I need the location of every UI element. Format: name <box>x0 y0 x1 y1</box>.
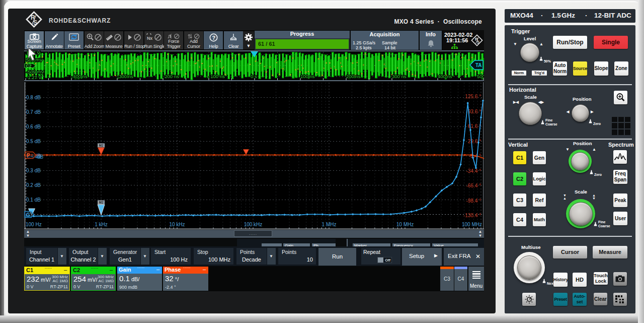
svg-text:0.3 dB: 0.3 dB <box>26 168 41 173</box>
svg-text:TA: TA <box>475 62 482 68</box>
svg-text:-1.27 V: -1.27 V <box>26 75 42 80</box>
svg-text:-98.4 °: -98.4 ° <box>466 198 481 204</box>
svg-text:-509 mV: -509 mV <box>26 69 45 75</box>
svg-text:93.6 °: 93.6 ° <box>468 109 481 114</box>
svg-text:300 ns: 300 ns <box>392 74 407 79</box>
svg-text:-400 ns: -400 ns <box>71 74 88 79</box>
svg-text:10 kHz: 10 kHz <box>169 222 185 227</box>
svg-text:Nx: Nx <box>147 36 152 41</box>
svg-text:M2: M2 <box>99 144 103 147</box>
svg-text:0 s: 0 s <box>251 74 257 79</box>
svg-text:0.5 dB: 0.5 dB <box>26 139 41 144</box>
svg-text:500 ns: 500 ns <box>477 74 484 79</box>
svg-text:0.7 dB: 0.7 dB <box>26 109 41 115</box>
svg-text:125.6 °: 125.6 ° <box>465 94 481 99</box>
svg-text:0.2 dB: 0.2 dB <box>26 182 41 188</box>
svg-text:10 MHz: 10 MHz <box>396 222 414 227</box>
svg-text:P: P <box>27 153 30 158</box>
svg-text:-200 ns: -200 ns <box>163 74 179 79</box>
svg-text:dB: dB <box>37 154 44 160</box>
svg-text:0.6 dB: 0.6 dB <box>26 124 41 130</box>
svg-text:C2: C2 <box>26 63 32 69</box>
svg-text:M2: M2 <box>99 201 103 204</box>
svg-text:-34.4 °: -34.4 ° <box>466 168 481 174</box>
svg-text:-300 ns: -300 ns <box>117 74 133 79</box>
svg-text:1 kHz: 1 kHz <box>95 222 108 227</box>
svg-text:0.1 dB: 0.1 dB <box>26 197 41 203</box>
svg-text:400 ns: 400 ns <box>438 74 452 79</box>
svg-text:-130.4 °: -130.4 ° <box>463 213 481 218</box>
svg-text:-100 ns: -100 ns <box>209 74 225 79</box>
svg-text:100 MHz: 100 MHz <box>462 222 482 227</box>
svg-text:100 Hz: 100 Hz <box>26 222 42 227</box>
svg-text:1 MHz: 1 MHz <box>322 222 337 227</box>
svg-text:?: ? <box>212 35 215 41</box>
svg-text:200 ns: 200 ns <box>346 74 361 79</box>
svg-text:G: G <box>26 212 30 218</box>
svg-text:-66.4 °: -66.4 ° <box>466 183 481 188</box>
svg-text:100 kHz: 100 kHz <box>244 222 263 227</box>
svg-text:0.8 dB: 0.8 dB <box>26 95 41 100</box>
svg-text:100 ns: 100 ns <box>300 74 315 79</box>
